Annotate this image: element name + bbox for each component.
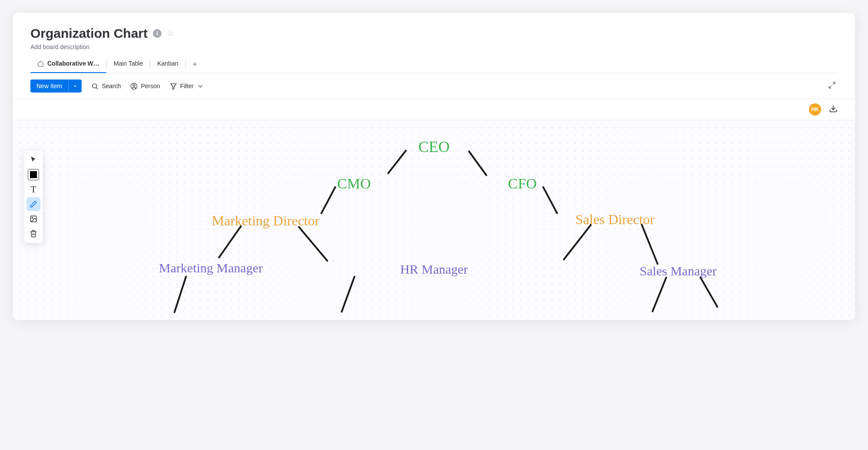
- fullscreen-button[interactable]: [826, 79, 838, 93]
- action-bar: New Item Search Person Filter: [13, 73, 855, 99]
- download-button[interactable]: [829, 104, 838, 115]
- svg-line-6: [829, 86, 831, 88]
- org-node[interactable]: Sales Manager: [640, 264, 716, 278]
- search-button[interactable]: Search: [91, 83, 121, 90]
- svg-line-5: [833, 82, 835, 84]
- trash-icon: [30, 230, 37, 238]
- new-item-label[interactable]: New Item: [30, 79, 68, 93]
- hand-drawn-line: [542, 186, 558, 214]
- hand-drawn-line: [174, 275, 187, 313]
- svg-point-0: [92, 83, 97, 88]
- action-label: Filter: [180, 83, 194, 89]
- shape-tool[interactable]: [28, 169, 39, 180]
- canvas-header-bar: HK: [13, 99, 855, 120]
- board-description[interactable]: Add board description: [30, 43, 838, 50]
- hand-drawn-line: [563, 224, 592, 261]
- tab-kanban[interactable]: Kanban: [150, 56, 185, 73]
- select-tool[interactable]: [26, 153, 40, 167]
- hand-drawn-line: [341, 275, 356, 313]
- org-node[interactable]: Marketing Director: [212, 213, 320, 229]
- svg-point-9: [32, 217, 33, 218]
- tab-label: Main Table: [114, 60, 143, 67]
- tab-main-table[interactable]: Main Table: [107, 56, 150, 73]
- expand-icon: [828, 81, 836, 89]
- person-icon: [130, 83, 138, 90]
- board-card: Organization Chart i ☆ Add board descrip…: [13, 13, 855, 320]
- filter-icon: [170, 83, 177, 90]
- text-tool[interactable]: T: [26, 182, 40, 196]
- chevron-down-icon: [73, 84, 77, 88]
- cursor-icon: [30, 156, 37, 164]
- org-chart-layer: CEOCMOCFOMarketing DirectorSales Directo…: [13, 120, 855, 320]
- image-icon: [30, 215, 37, 223]
- person-button[interactable]: Person: [130, 83, 160, 90]
- svg-line-1: [96, 87, 98, 89]
- org-node[interactable]: CEO: [419, 138, 450, 156]
- tab-label: Kanban: [157, 60, 178, 67]
- hand-drawn-line: [640, 223, 658, 265]
- favorite-star-icon[interactable]: ☆: [167, 30, 174, 37]
- square-fill-icon: [30, 171, 37, 178]
- org-node[interactable]: Sales Director: [575, 212, 654, 228]
- delete-tool[interactable]: [26, 227, 40, 241]
- title-row: Organization Chart i ☆: [30, 26, 838, 41]
- action-label: Search: [102, 83, 121, 89]
- new-item-button[interactable]: New Item: [30, 79, 82, 93]
- hand-drawn-line: [468, 150, 487, 176]
- org-node[interactable]: CFO: [508, 175, 537, 192]
- pencil-tool[interactable]: [26, 197, 40, 211]
- page-title: Organization Chart: [30, 26, 148, 41]
- action-label: Person: [141, 83, 160, 89]
- svg-point-3: [133, 84, 135, 86]
- tab-collaborative[interactable]: Collaborative W…: [30, 56, 106, 73]
- pencil-icon: [30, 200, 37, 208]
- tab-label: Collaborative W…: [47, 60, 99, 67]
- org-node[interactable]: Marketing Manager: [159, 261, 263, 275]
- hand-drawn-line: [298, 226, 329, 262]
- whiteboard-canvas[interactable]: T CEOCMOCFOMarketing DirectorSales Direc…: [13, 120, 855, 320]
- hand-drawn-line: [320, 186, 336, 214]
- hand-drawn-line: [387, 149, 407, 174]
- tabs-bar: Collaborative W… Main Table Kanban +: [30, 56, 838, 73]
- drawing-toolbox: T: [24, 151, 43, 243]
- org-node[interactable]: HR Manager: [400, 262, 468, 277]
- svg-marker-4: [171, 83, 176, 89]
- download-icon: [829, 104, 838, 113]
- hand-drawn-line: [700, 276, 719, 308]
- hand-drawn-line: [651, 276, 667, 312]
- user-avatar[interactable]: HK: [809, 103, 821, 116]
- filter-button[interactable]: Filter: [170, 83, 204, 90]
- image-tool[interactable]: [26, 212, 40, 226]
- new-item-caret[interactable]: [68, 79, 82, 93]
- info-icon[interactable]: i: [153, 29, 162, 38]
- text-icon: T: [30, 184, 36, 195]
- header: Organization Chart i ☆ Add board descrip…: [13, 13, 855, 73]
- home-icon: [37, 60, 44, 67]
- search-icon: [91, 83, 99, 90]
- add-tab-button[interactable]: +: [186, 60, 205, 69]
- hand-drawn-line: [218, 225, 242, 258]
- chevron-down-icon: [197, 83, 204, 90]
- org-node[interactable]: CMO: [337, 175, 371, 192]
